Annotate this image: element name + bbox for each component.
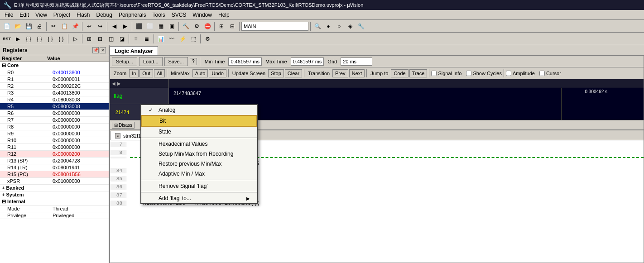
- tb-find2[interactable]: ⊟: [227, 21, 237, 31]
- menu-peripherals[interactable]: Peripherals: [116, 11, 149, 19]
- tb-build-all[interactable]: 🔨: [181, 21, 191, 31]
- list-item[interactable]: Mode Thread: [0, 206, 109, 212]
- tab-logic-analyzer[interactable]: Logic Analyzer: [110, 46, 158, 55]
- menu-edit[interactable]: Edit: [17, 11, 32, 19]
- cursor-checkbox[interactable]: [539, 71, 545, 76]
- tb-dbg1[interactable]: 🔍: [312, 21, 322, 31]
- amplitude-checkbox[interactable]: [506, 71, 511, 76]
- tb2-logic[interactable]: ⚡: [178, 34, 187, 44]
- tb2-run[interactable]: ▶: [13, 34, 23, 44]
- list-item[interactable]: R8 0x00000000: [0, 124, 109, 130]
- tb-dbg2[interactable]: ●: [323, 21, 333, 31]
- ctx-item-adaptive[interactable]: Adaptive Min / Max: [141, 169, 257, 179]
- list-item[interactable]: R11 0x00000000: [0, 144, 109, 151]
- tb-new[interactable]: 📄: [2, 21, 12, 31]
- list-item[interactable]: Privilege Privileged: [0, 212, 109, 219]
- tb2-scope[interactable]: 〰: [167, 34, 177, 44]
- tb-print[interactable]: 🖨: [34, 21, 44, 31]
- menu-file[interactable]: File: [2, 11, 16, 19]
- tb-bkpt4[interactable]: ▣: [167, 21, 177, 31]
- tb2-win4[interactable]: ◪: [117, 34, 127, 44]
- la-save-btn[interactable]: Save...: [164, 57, 188, 66]
- list-item[interactable]: R13 (SP) 0x20004728: [0, 158, 109, 164]
- tb-bkpt1[interactable]: ⬛: [134, 21, 144, 31]
- la-trace-btn[interactable]: Trace: [409, 69, 428, 77]
- la-code-btn[interactable]: Code: [391, 69, 408, 77]
- la-scroll-right[interactable]: ▶: [117, 81, 121, 86]
- tb2-win2[interactable]: ⊟: [95, 34, 105, 44]
- la-zoom-in-btn[interactable]: In: [129, 69, 139, 77]
- list-item[interactable]: R7 0x00000000: [0, 117, 109, 124]
- tb-save[interactable]: 💾: [24, 21, 34, 31]
- show-cycles-checkbox[interactable]: [466, 71, 471, 76]
- menu-window[interactable]: Window: [190, 11, 215, 19]
- ctx-item-restore-minmax[interactable]: Restore previous Min/Max: [141, 159, 257, 169]
- la-load-btn[interactable]: Load...: [139, 57, 163, 66]
- tb2-mem1[interactable]: ≡: [131, 34, 141, 44]
- menu-tools[interactable]: Tools: [150, 11, 168, 19]
- tb-redo[interactable]: ↪: [95, 21, 105, 31]
- list-item[interactable]: R12 0x00000200: [0, 151, 109, 158]
- menu-help[interactable]: Help: [216, 11, 232, 19]
- tb2-arrow[interactable]: ▷: [70, 34, 80, 44]
- tb2-perf[interactable]: 📊: [156, 34, 166, 44]
- tb2-mem2[interactable]: ≣: [142, 34, 152, 44]
- ctx-item-addto[interactable]: Add 'flag' to... ▶: [141, 193, 257, 203]
- la-amplitude-check[interactable]: Amplitude: [506, 71, 535, 76]
- la-undo-btn[interactable]: Undo: [209, 69, 226, 77]
- tb-build[interactable]: ⚙: [192, 21, 202, 31]
- tb-find1[interactable]: ⊞: [216, 21, 226, 31]
- menu-project[interactable]: Project: [51, 11, 73, 19]
- tb2-step2[interactable]: { }: [34, 34, 44, 44]
- tb-back[interactable]: ◀: [109, 21, 119, 31]
- tb-undo[interactable]: ↩: [84, 21, 94, 31]
- list-item[interactable]: R3 0x40013800: [0, 90, 109, 96]
- tb-bkpt2[interactable]: ⬜: [145, 21, 155, 31]
- tb2-settings[interactable]: ⚙: [202, 34, 212, 44]
- tb2-rst[interactable]: RST: [2, 34, 12, 44]
- la-auto-btn[interactable]: Auto: [192, 69, 208, 77]
- list-item[interactable]: R1 0x00000001: [0, 76, 109, 83]
- panel-close-btn[interactable]: ✕: [100, 47, 106, 53]
- la-stop-btn[interactable]: Stop: [268, 69, 284, 77]
- menu-flash[interactable]: Flash: [74, 11, 92, 19]
- tb-dbg3[interactable]: ○: [334, 21, 344, 31]
- tb2-win1[interactable]: ⊞: [84, 34, 94, 44]
- tb2-step3[interactable]: { }: [45, 34, 55, 44]
- list-item[interactable]: R0 0x40013800: [0, 69, 109, 76]
- tb-dbg5[interactable]: 🔧: [356, 21, 366, 31]
- ctx-item-bit[interactable]: Bit: [141, 115, 257, 127]
- la-clear-btn[interactable]: Clear: [285, 69, 302, 77]
- list-item[interactable]: R10 0x00000000: [0, 137, 109, 144]
- la-help-btn[interactable]: ?: [190, 58, 197, 65]
- disasm-btn[interactable]: ⊞ Disass: [112, 122, 135, 129]
- menu-svcs[interactable]: SVCS: [169, 11, 189, 19]
- la-zoom-all-btn[interactable]: All: [154, 69, 165, 77]
- tb-copy[interactable]: 📋: [59, 21, 69, 31]
- la-show-cycles-check[interactable]: Show Cycles: [466, 71, 502, 76]
- list-item[interactable]: R6 0x00000000: [0, 110, 109, 117]
- la-setup-btn[interactable]: Setup...: [112, 57, 137, 66]
- la-prev-btn[interactable]: Prev: [332, 69, 348, 77]
- tb-stop[interactable]: ⛔: [202, 21, 212, 31]
- list-item[interactable]: R2 0x0000202C: [0, 83, 109, 90]
- tb-paste[interactable]: 📌: [70, 21, 80, 31]
- tb2-step4[interactable]: { }: [56, 34, 66, 44]
- list-item[interactable]: R14 (LR) 0x08001941: [0, 164, 109, 171]
- tb-dbg4[interactable]: ◈: [345, 21, 355, 31]
- tb-fwd[interactable]: ▶: [120, 21, 130, 31]
- tb2-uart[interactable]: ⬚: [188, 34, 198, 44]
- list-item[interactable]: R15 (PC) 0x08001B56: [0, 171, 109, 178]
- ctx-item-analog[interactable]: ✓ Analog: [141, 105, 257, 115]
- ctx-item-setup-minmax[interactable]: Setup Min/Max from Recording: [141, 149, 257, 159]
- tb-cut[interactable]: ✂: [48, 21, 58, 31]
- la-zoom-out-btn[interactable]: Out: [139, 69, 153, 77]
- tb2-win3[interactable]: ◫: [106, 34, 116, 44]
- tb-open[interactable]: 📂: [13, 21, 23, 31]
- la-scroll-left[interactable]: ◀: [112, 81, 115, 86]
- list-item[interactable]: R5 0x08003008: [0, 103, 109, 110]
- list-item[interactable]: xPSR 0x01000000: [0, 178, 109, 185]
- panel-pin-btn[interactable]: 📌: [92, 47, 99, 53]
- list-item[interactable]: R9 0x00000000: [0, 130, 109, 137]
- tb-target-dropdown[interactable]: [241, 22, 308, 31]
